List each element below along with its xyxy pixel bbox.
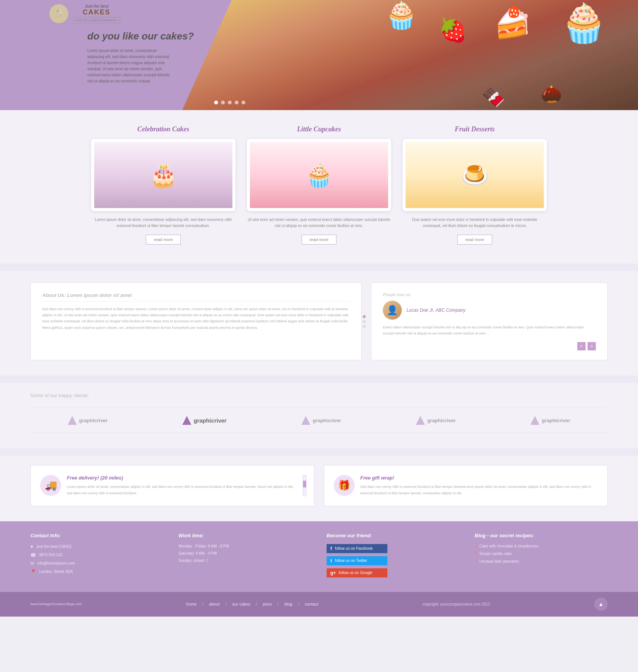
client-logo-4: graphicriver xyxy=(416,416,456,425)
client-logo-icon-1 xyxy=(68,416,77,425)
footer-work-title: Work time: xyxy=(178,533,311,538)
delivery-section: 🚚 Free delivery! (20 miles) Lorem ipsum … xyxy=(0,456,638,521)
bottom-nav-about[interactable]: about xyxy=(209,602,220,606)
product-text-2: Ut wisi enim ad minim veniam, quis nostr… xyxy=(247,217,391,229)
footer-social: Become our friend: f follow us on Facebo… xyxy=(327,533,460,581)
hero-section: 🍴 Just the best CAKES — For Your Special… xyxy=(0,0,638,110)
footer-blog-title: Blog - our secret recipes: xyxy=(475,533,608,538)
bottom-nav-links: home / about / our cakes / price / blog … xyxy=(186,602,318,606)
product-img-3: 🍮 xyxy=(403,139,547,211)
delivery-scrollbar-thumb xyxy=(303,481,306,488)
twitter-label: follow us on Twitter xyxy=(335,558,367,563)
testimonial-prev[interactable]: < xyxy=(577,342,586,350)
delivery-content: Free delivery! (20 miles) Lorem ipsum do… xyxy=(67,475,297,496)
twitter-icon: t xyxy=(330,558,332,563)
side-dots xyxy=(363,315,366,328)
copyright: copyright: yourcompanyname.com 2012 xyxy=(423,602,490,606)
bottom-nav-price[interactable]: price xyxy=(263,602,272,606)
footer-work-1: Monday - Friday: 8 AM - 8 PM xyxy=(178,544,311,548)
back-to-top[interactable]: ▲ xyxy=(594,598,608,611)
heart-icon: ♥ xyxy=(30,544,33,549)
footer-work-2: Saturday: 9 AM - 4 PM xyxy=(178,551,311,555)
product-text-1: Lorem ipsum dolor sit amet, consectetuer… xyxy=(91,217,235,229)
client-logo-3: graphicriver xyxy=(301,416,341,425)
footer-work-3: Sunday: closed :( xyxy=(178,558,311,563)
client-logo-2[interactable]: graphicriver xyxy=(182,416,227,425)
bottom-nav: www.heritagechristiancollege.com home / … xyxy=(0,592,638,617)
clients-logos: graphicriver graphicriver graphicriver g… xyxy=(30,408,608,433)
testimonial-nav: < > xyxy=(383,342,596,350)
hero-text: Lorem ipsum dolor sit amet, consectetuer… xyxy=(87,48,171,84)
client-logo-5: graphicriver xyxy=(531,416,570,425)
footer-worktime: Work time: Monday - Friday: 8 AM - 8 PM … xyxy=(178,533,311,581)
footer-contact-1: ♥ Just the best CAKES xyxy=(30,544,163,549)
footer-grid: Contact Info: ♥ Just the best CAKES ☎ 98… xyxy=(30,533,608,581)
blog-link-1[interactable]: Cake with chocolate & strawberries xyxy=(479,544,539,548)
client-logo-icon-4 xyxy=(416,416,425,425)
delivery-box: 🚚 Free delivery! (20 miles) Lorem ipsum … xyxy=(30,465,314,506)
facebook-label: follow us on Facebook xyxy=(335,546,373,551)
bottom-nav-blog[interactable]: blog xyxy=(284,602,292,606)
footer-contact-title: Contact Info: xyxy=(30,533,163,538)
facebook-button[interactable]: f follow us on Facebook xyxy=(327,544,387,553)
site-url: www.heritagechristiancollege.com xyxy=(30,602,82,606)
delivery-scrollbar[interactable] xyxy=(303,475,306,496)
footer-blog-1: ♥ Cake with chocolate & strawberries xyxy=(475,544,608,549)
product-title-2: Little Cupcakes xyxy=(247,125,391,133)
products-section: Celebration Cakes 🎂 Lorem ipsum dolor si… xyxy=(0,110,638,263)
read-more-2[interactable]: read more xyxy=(302,235,336,245)
testimonial-header: 👤 Lucas Doe Jr, ABC Company xyxy=(383,301,596,320)
google-icon: g+ xyxy=(330,570,336,576)
client-logo-1: graphicriver xyxy=(68,416,107,425)
twitter-button[interactable]: t follow us on Twitter xyxy=(327,556,387,565)
bottom-nav-our-cakes[interactable]: our cakes xyxy=(232,602,250,606)
delivery-grid: 🚚 Free delivery! (20 miles) Lorem ipsum … xyxy=(30,465,608,506)
product-title-3: Fruit Desserts xyxy=(403,125,547,133)
google-label: follow us on Google xyxy=(339,571,372,575)
about-title: About Us: Lorem ipsum dolor sit amet xyxy=(42,292,350,301)
hero-dots xyxy=(214,101,245,104)
email-icon: ✉ xyxy=(30,561,34,566)
hero-title: do you like our cakes? xyxy=(87,30,194,42)
about-section: About Us: Lorem ipsum dolor sit amet Sed… xyxy=(0,271,638,375)
gift-text: Sed diam non ummy nibh in euismod tincid… xyxy=(360,484,600,496)
testimonial-text: Exerci tation ullamcorper suscipit lobor… xyxy=(383,324,596,336)
client-logo-icon-3 xyxy=(301,416,310,425)
blog-link-3[interactable]: Unusual dark pancakes xyxy=(479,559,519,563)
delivery-title: Free delivery! (20 miles) xyxy=(67,475,297,481)
blog-link-2[interactable]: Simple vanilla cake xyxy=(479,552,512,556)
footer: Contact Info: ♥ Just the best CAKES ☎ 98… xyxy=(0,521,638,592)
product-cupcakes: Little Cupcakes 🧁 Ut wisi enim ad minim … xyxy=(247,125,391,245)
gift-box: 🎁 Free gift wrap! Sed diam non ummy nibh… xyxy=(324,465,608,506)
footer-contact-4: 📍 London, Street 28/A xyxy=(30,569,163,574)
hero-image: 🧁 🍰 🍓 🧁 🍫 🌰 xyxy=(182,0,638,110)
product-celebration: Celebration Cakes 🎂 Lorem ipsum dolor si… xyxy=(91,125,235,245)
clients-title: Some of our happy clients: xyxy=(30,393,608,398)
blog-heart-3: ♥ xyxy=(475,560,477,564)
testimonial-box: People love us: 👤 Lucas Doe Jr, ABC Comp… xyxy=(371,282,608,360)
read-more-1[interactable]: read more xyxy=(146,235,181,245)
footer-contact: Contact Info: ♥ Just the best CAKES ☎ 98… xyxy=(30,533,163,581)
blog-heart-1: ♥ xyxy=(475,544,477,549)
client-logo-icon-5 xyxy=(531,416,540,425)
product-text-3: Duis autem vel eum iriure dolor in hendr… xyxy=(403,217,547,229)
products-grid: Celebration Cakes 🎂 Lorem ipsum dolor si… xyxy=(30,125,608,245)
product-fruit: Fruit Desserts 🍮 Duis autem vel eum iriu… xyxy=(403,125,547,245)
footer-blog-2: ♥ Simple vanilla cake xyxy=(475,552,608,556)
testimonial-name: Lucas Doe Jr, ABC Company xyxy=(406,308,466,313)
product-img-1: 🎂 xyxy=(91,139,235,211)
phone-icon: ☎ xyxy=(30,552,36,558)
bottom-nav-contact[interactable]: contact xyxy=(305,602,318,606)
product-title-1: Celebration Cakes xyxy=(91,125,235,133)
google-button[interactable]: g+ follow us on Google xyxy=(327,568,387,577)
about-box: About Us: Lorem ipsum dolor sit amet Sed… xyxy=(30,282,362,360)
gift-content: Free gift wrap! Sed diam non ummy nibh i… xyxy=(360,475,600,496)
about-grid: About Us: Lorem ipsum dolor sit amet Sed… xyxy=(30,282,608,360)
footer-social-title: Become our friend: xyxy=(327,533,460,538)
read-more-3[interactable]: read more xyxy=(457,235,492,245)
footer-blog-3: ♥ Unusual dark pancakes xyxy=(475,559,608,564)
gift-title: Free gift wrap! xyxy=(360,475,600,481)
footer-contact-2: ☎ 9876.543.210 xyxy=(30,552,163,558)
testimonial-next[interactable]: > xyxy=(587,342,596,350)
bottom-nav-home[interactable]: home xyxy=(186,602,197,606)
